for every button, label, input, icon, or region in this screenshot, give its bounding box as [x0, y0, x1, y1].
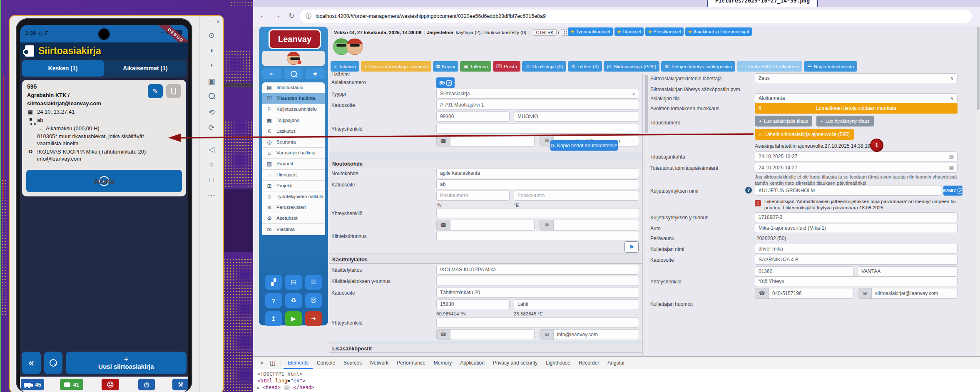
street-address-input[interactable] [436, 100, 639, 110]
device-toolbar-icon[interactable]: ◫ [267, 359, 278, 367]
document-card[interactable]: 595 Agrabahin KTK / siirtoasiakirjat@lea… [22, 80, 186, 196]
devtools-tab[interactable]: Performance [393, 357, 430, 369]
zoom-icon[interactable] [200, 92, 223, 103]
sidebar-item[interactable]: ⊞ Projekti [262, 181, 325, 191]
devtools-tab[interactable]: Angular [603, 357, 629, 369]
driver-name-input[interactable] [755, 244, 958, 254]
devtools-tab[interactable]: Console [313, 357, 339, 369]
stopwatch-button[interactable]: ◷ [138, 379, 155, 390]
back-button[interactable]: « Takaisin [331, 61, 359, 72]
delivery-date-input[interactable]: 24.10.2025 14:27▦ [755, 163, 958, 173]
android-home-icon[interactable]: ○ [200, 160, 223, 171]
pickup-name-input[interactable] [436, 168, 639, 178]
create-approved-order-button[interactable]: +Luo hyväksytty tilaus [816, 116, 874, 127]
send-email-button[interactable]: ✉ Tietojen lähetys sähköpostiin [661, 61, 735, 72]
facility-street-input[interactable] [436, 288, 639, 298]
sidebar-item[interactable]: ⌂ Varastojen hallinta [262, 148, 325, 159]
help-button[interactable]: ? [265, 293, 282, 308]
postal-code-input[interactable] [436, 112, 510, 122]
volume-down-icon[interactable]: ◖ [200, 62, 223, 72]
help-icon[interactable]: ? [745, 187, 752, 194]
order-time-input[interactable]: 24.10.2025 13:27▦ [755, 151, 958, 161]
sidebar-item[interactable]: ⚙ Asetukset [262, 213, 325, 224]
devtools-tab[interactable]: Lighthouse [542, 357, 575, 369]
recycle-button[interactable]: ♻ [285, 293, 302, 308]
copy-to-pickup-button[interactable]: ⧉Kopio tiedot noutokohteelle [550, 140, 618, 151]
android-overview-icon[interactable]: □ [200, 176, 223, 186]
sidebar-item[interactable]: ≡ Hinnastot [262, 170, 325, 181]
devtools-tab[interactable]: Privacy and security [489, 357, 542, 369]
driver-city-input[interactable] [858, 266, 958, 276]
facility-email-input[interactable] [554, 330, 639, 340]
play-button[interactable]: ▶ [285, 311, 302, 326]
devtools-tab[interactable]: Recorder [575, 357, 603, 369]
pdf-button[interactable]: ▤ Siirtoasiakirja (PDF) [604, 61, 659, 72]
devtools-tab[interactable]: Application [456, 357, 489, 369]
driver-contact-input[interactable] [755, 276, 958, 286]
tab-kesken[interactable]: Kesken (1) [22, 60, 104, 77]
facility-city-input[interactable] [514, 299, 639, 309]
profile-card[interactable] [262, 51, 325, 66]
truck-count-badge[interactable]: 45 [21, 379, 44, 390]
screenshot-icon[interactable]: ▣ [200, 77, 223, 88]
pickup-city-input[interactable] [514, 191, 639, 201]
page-scrollbar[interactable] [976, 26, 980, 356]
devil-button[interactable]: ☹ [102, 379, 119, 390]
tab-aikaisemmat[interactable]: Aikaisemmat (1) [104, 60, 187, 77]
vehicle-input[interactable] [755, 223, 958, 233]
participants-button[interactable]: ☺ Osallistujat (0) [522, 61, 566, 72]
carrier-name-input[interactable] [755, 186, 941, 196]
driver-phone-input[interactable] [769, 288, 853, 298]
customer-number-badge[interactable]: 85↗ [436, 77, 455, 88]
favorites-button[interactable]: ★ [306, 68, 325, 79]
sidebar-item[interactable]: ▥ Raportit [262, 159, 325, 169]
inspect-element-icon[interactable]: ⌖ [256, 359, 267, 367]
favorite-link[interactable]: ★Asiakkaat ja Liikennöitsijät [685, 27, 751, 36]
browser-reload-icon[interactable]: ↻ [286, 12, 296, 20]
save-button[interactable]: ▣ Tallenna [460, 61, 491, 72]
devtools-tab[interactable]: Sources [339, 357, 366, 369]
logout-button[interactable]: ➔ [305, 311, 322, 326]
sidebar-item[interactable]: ☺ Työntekijöiden hallinta [262, 191, 325, 202]
city-input[interactable] [514, 112, 639, 122]
sidebar-item[interactable]: € Laskutus [262, 126, 325, 137]
driver-postal-input[interactable] [755, 266, 853, 276]
pickup-street-input[interactable] [436, 179, 639, 189]
facility-postal-input[interactable] [436, 299, 510, 309]
document-status-select[interactable]: Aloittamatta∨ [755, 93, 958, 103]
sidebar-item[interactable]: ⚐ Kuljetussuunnittelu [262, 104, 325, 115]
pickup-phone-input[interactable] [450, 220, 534, 230]
volume-up-icon[interactable]: ◖ [200, 46, 223, 57]
favorite-link[interactable]: ★Työmaatilaukset [568, 27, 613, 36]
minimize-icon[interactable]: − [208, 18, 211, 25]
devtools-tab[interactable]: Memory [430, 357, 456, 369]
create-order-button[interactable]: +Luo asiakirjalle tilaus [755, 116, 812, 127]
shortcut-ctrl-k[interactable]: CTRL+K [533, 29, 557, 36]
chat-count-badge[interactable]: 41 [60, 379, 83, 390]
property-id-input[interactable] [436, 231, 639, 241]
attachments-button[interactable]: ✇ Liitteet (0) [568, 61, 602, 72]
rotate-right-icon[interactable]: ⟳ [200, 123, 223, 134]
sidebar-item[interactable]: ◎ Seuranta [262, 137, 325, 148]
sidebar-search-button[interactable] [284, 68, 303, 79]
devtools-tab[interactable]: Network [366, 357, 393, 369]
facility-phone-input[interactable] [450, 330, 534, 340]
collapse-sidebar-button[interactable]: ⇤ [262, 68, 281, 79]
favorite-link[interactable]: ★Tilaukset [614, 27, 644, 36]
contact-input[interactable] [436, 124, 639, 134]
favorite-link[interactable]: ★Yleistilaukset [645, 27, 684, 36]
browser-forward-icon[interactable]: → [272, 12, 282, 20]
register-sender-select[interactable]: Zeus∨ [755, 73, 958, 83]
tools-button[interactable]: ⚒ [172, 379, 188, 390]
upload-button[interactable]: ↥ [265, 311, 282, 326]
devtools-dom-tree[interactable]: <!DOCTYPE html> <html lang="en"> ▶ <head… [253, 369, 980, 392]
browser-back-icon[interactable]: ← [258, 12, 268, 20]
sliders-button[interactable]: ☰ [305, 275, 322, 290]
edit-button[interactable]: ✎ [148, 84, 163, 98]
carrier-id-input[interactable] [755, 212, 958, 222]
expand-arrow-icon[interactable]: ▶ [257, 386, 259, 390]
phone-search-button[interactable] [44, 352, 62, 374]
collapsed-content-icon[interactable]: … [284, 385, 290, 390]
send-to-vehicle-button[interactable]: ⌂Lähetä siirtoasiakirja ajoneuvolle (595… [755, 129, 854, 140]
leanvay-logo[interactable]: Leanvay [269, 29, 321, 49]
